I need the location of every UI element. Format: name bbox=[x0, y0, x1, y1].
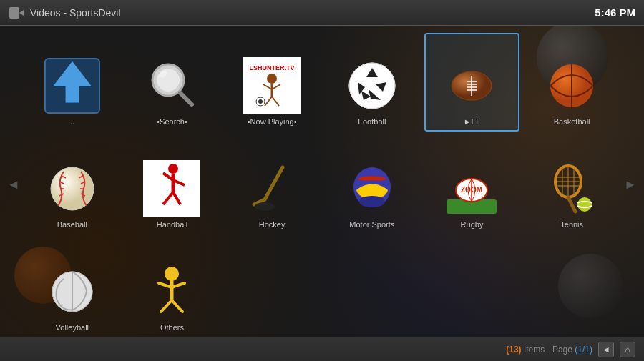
bottom-bar: (13) Items - Page (1/1) ◄ ⌂ bbox=[0, 337, 644, 361]
svg-point-46 bbox=[168, 164, 178, 174]
svg-marker-1 bbox=[19, 10, 24, 16]
motor-sports-icon bbox=[343, 160, 401, 217]
rugby-icon: ZOOM bbox=[443, 160, 500, 217]
svg-line-79 bbox=[172, 300, 182, 312]
item-volleyball[interactable]: Volleyball bbox=[24, 238, 120, 337]
item-rugby[interactable]: ZOOM Rugby bbox=[424, 136, 520, 234]
item-tennis[interactable]: Tennis bbox=[524, 136, 620, 234]
item-search[interactable]: •Search• bbox=[125, 33, 220, 132]
svg-point-54 bbox=[255, 202, 275, 211]
item-up-label: .. bbox=[70, 117, 74, 127]
item-rugby-label: Rugby bbox=[461, 220, 484, 229]
item-motor-sports-label: Motor Sports bbox=[349, 220, 394, 229]
svg-rect-0 bbox=[9, 7, 19, 19]
svg-line-68 bbox=[568, 197, 575, 212]
item-nfl[interactable]: ►FL bbox=[424, 33, 520, 132]
item-search-label: •Search• bbox=[157, 117, 187, 127]
svg-line-6 bbox=[180, 93, 192, 104]
item-baseball[interactable]: Baseball bbox=[24, 136, 120, 234]
others-icon bbox=[143, 263, 200, 320]
main-content: ◄ .. bbox=[0, 26, 644, 337]
header-title: Videos - SportsDevil bbox=[30, 7, 121, 19]
svg-line-77 bbox=[172, 283, 185, 287]
handball-icon bbox=[143, 160, 200, 217]
now-playing-icon: LSHUNTER.TV bbox=[243, 57, 301, 114]
item-motor-sports[interactable]: Motor Sports bbox=[324, 136, 420, 234]
svg-point-5 bbox=[157, 69, 180, 92]
svg-point-74 bbox=[165, 267, 179, 281]
header-bar: Videos - SportsDevil 5:46 PM bbox=[0, 0, 644, 26]
item-now-playing[interactable]: LSHUNTER.TV •Now Playing• bbox=[224, 33, 320, 132]
volleyball-icon bbox=[44, 263, 101, 320]
item-nfl-label: ►FL bbox=[464, 117, 481, 127]
item-football[interactable]: Football bbox=[324, 33, 420, 132]
item-up[interactable]: .. bbox=[24, 33, 120, 132]
svg-marker-3 bbox=[53, 61, 92, 86]
search-icon bbox=[143, 57, 200, 114]
item-basketball[interactable]: Basketball bbox=[524, 33, 620, 132]
item-others-label: Others bbox=[160, 323, 184, 332]
svg-line-52 bbox=[265, 167, 283, 199]
baseball-icon bbox=[44, 160, 101, 217]
page-info: (1/1) bbox=[575, 345, 592, 355]
item-hockey[interactable]: Hockey bbox=[224, 136, 320, 234]
side-right-arrow[interactable]: ► bbox=[624, 33, 637, 337]
svg-point-36 bbox=[51, 167, 94, 210]
svg-line-76 bbox=[159, 283, 172, 287]
header-time: 5:46 PM bbox=[595, 6, 635, 19]
tennis-icon bbox=[543, 160, 600, 217]
item-now-playing-label: •Now Playing• bbox=[248, 117, 297, 127]
items-text: Items - Page bbox=[524, 345, 575, 355]
item-volleyball-label: Volleyball bbox=[56, 323, 89, 332]
up-arrow-icon bbox=[44, 57, 101, 114]
svg-point-69 bbox=[577, 197, 592, 212]
items-grid: .. •Search• LSHUNTER.TV bbox=[20, 33, 624, 337]
nfl-icon bbox=[443, 57, 500, 114]
item-baseball-label: Baseball bbox=[57, 220, 87, 229]
svg-text:LSHUNTER.TV: LSHUNTER.TV bbox=[250, 64, 295, 71]
item-football-label: Football bbox=[358, 117, 386, 127]
football-soccer-icon bbox=[343, 57, 401, 114]
item-tennis-label: Tennis bbox=[560, 220, 583, 229]
home-button[interactable]: ⌂ bbox=[620, 342, 635, 357]
hockey-icon bbox=[243, 160, 301, 217]
svg-point-17 bbox=[258, 99, 263, 104]
item-basketball-label: Basketball bbox=[554, 117, 590, 127]
home-icon: ⌂ bbox=[625, 345, 630, 355]
item-hockey-label: Hockey bbox=[259, 220, 286, 229]
back-button[interactable]: ◄ bbox=[598, 342, 614, 357]
basketball-icon bbox=[543, 57, 600, 114]
item-handball-label: Handball bbox=[157, 220, 187, 229]
svg-rect-2 bbox=[65, 84, 79, 103]
items-info: (13) Items - Page (1/1) bbox=[506, 345, 592, 355]
video-icon bbox=[9, 5, 24, 21]
svg-point-56 bbox=[359, 196, 385, 207]
item-others[interactable]: Others bbox=[125, 238, 220, 337]
back-icon: ◄ bbox=[602, 345, 610, 355]
item-handball[interactable]: Handball bbox=[125, 136, 220, 234]
header-left: Videos - SportsDevil bbox=[9, 5, 121, 21]
svg-line-78 bbox=[161, 300, 172, 312]
svg-point-10 bbox=[267, 74, 277, 84]
items-count: (13) bbox=[506, 345, 521, 355]
side-left-arrow[interactable]: ◄ bbox=[7, 33, 20, 337]
